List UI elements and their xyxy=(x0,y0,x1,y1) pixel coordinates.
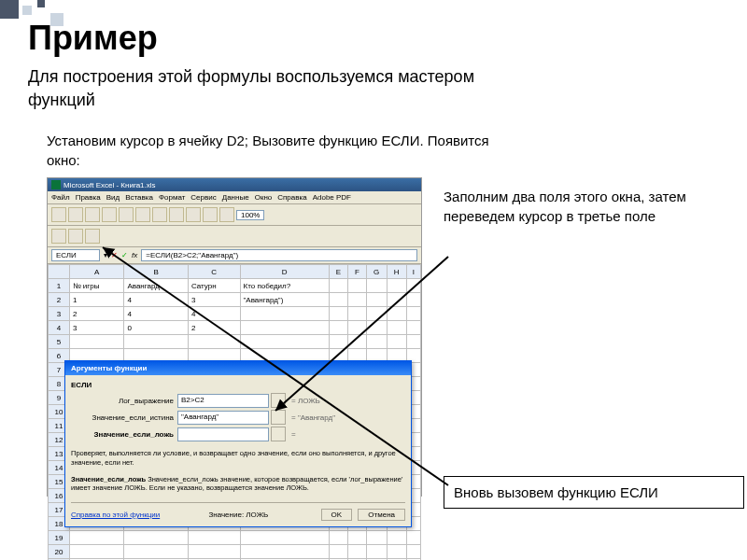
cell-A5[interactable] xyxy=(70,335,124,349)
col-header-B[interactable]: B xyxy=(124,265,189,279)
cancel-icon[interactable]: ✕ xyxy=(111,251,118,259)
cell-C19[interactable] xyxy=(188,531,240,545)
row-header-5[interactable]: 5 xyxy=(49,335,70,349)
row-header-3[interactable]: 3 xyxy=(49,307,70,321)
cell-H3[interactable] xyxy=(387,307,406,321)
cell-F5[interactable] xyxy=(348,335,367,349)
menu-Вид[interactable]: Вид xyxy=(106,193,120,202)
cell-I2[interactable] xyxy=(406,293,420,307)
arg-input-2[interactable] xyxy=(177,427,269,441)
cell-C2[interactable]: 3 xyxy=(188,293,240,307)
col-header-C[interactable]: C xyxy=(188,265,240,279)
row-header-20[interactable]: 20 xyxy=(49,545,70,559)
cell-D19[interactable] xyxy=(240,531,329,545)
col-header-E[interactable]: E xyxy=(329,265,347,279)
cell-D2[interactable]: "Авангард") xyxy=(240,293,329,307)
cell-A1[interactable]: № игры xyxy=(70,279,124,293)
menu-Данные[interactable]: Данные xyxy=(222,193,249,202)
cell-D1[interactable]: Кто победил? xyxy=(240,279,329,293)
menu-Окно[interactable]: Окно xyxy=(255,193,273,202)
fx-icon[interactable]: fx xyxy=(132,251,137,259)
cell-E20[interactable] xyxy=(329,545,347,559)
tb-redo-icon[interactable] xyxy=(186,207,201,222)
cell-E3[interactable] xyxy=(329,307,347,321)
cell-C3[interactable]: 4 xyxy=(188,307,240,321)
range-picker-icon-1[interactable] xyxy=(271,410,286,425)
tb-copy-icon[interactable] xyxy=(135,207,150,222)
cell-B20[interactable] xyxy=(124,545,189,559)
row-header-19[interactable]: 19 xyxy=(49,531,70,545)
help-link[interactable]: Справка по этой функции xyxy=(71,511,160,519)
row-header-1[interactable]: 1 xyxy=(49,279,70,293)
cell-H5[interactable] xyxy=(387,335,406,349)
cell-G3[interactable] xyxy=(366,307,387,321)
cell-A2[interactable]: 1 xyxy=(70,293,124,307)
tb-pdf2-icon[interactable] xyxy=(68,229,83,244)
col-header-H[interactable]: H xyxy=(387,265,406,279)
ok-button[interactable]: OK xyxy=(321,509,353,521)
tb-pdf3-icon[interactable] xyxy=(85,229,100,244)
cell-F4[interactable] xyxy=(348,321,367,335)
enter-icon[interactable]: ✓ xyxy=(121,251,128,259)
cell-G2[interactable] xyxy=(366,293,387,307)
cell-G4[interactable] xyxy=(366,321,387,335)
col-header-A[interactable]: A xyxy=(70,265,124,279)
cell-H19[interactable] xyxy=(387,531,406,545)
tb-new-icon[interactable] xyxy=(51,207,66,222)
cell-B19[interactable] xyxy=(124,531,189,545)
cell-E1[interactable] xyxy=(329,279,347,293)
row-header-4[interactable]: 4 xyxy=(49,321,70,335)
tb-sort-icon[interactable] xyxy=(203,207,218,222)
cell-F3[interactable] xyxy=(348,307,367,321)
menu-Adobe PDF[interactable]: Adobe PDF xyxy=(313,193,351,202)
tb-save-icon[interactable] xyxy=(85,207,100,222)
cell-I4[interactable] xyxy=(406,321,420,335)
arg-input-1[interactable]: "Авангард" xyxy=(177,411,269,425)
cell-C1[interactable]: Сатурн xyxy=(188,279,240,293)
cell-E19[interactable] xyxy=(329,531,347,545)
tb-chart-icon[interactable] xyxy=(219,207,234,222)
cell-B4[interactable]: 0 xyxy=(124,321,189,335)
menu-Правка[interactable]: Правка xyxy=(76,193,101,202)
col-header-G[interactable]: G xyxy=(366,265,387,279)
cell-B5[interactable] xyxy=(124,335,189,349)
tb-open-icon[interactable] xyxy=(68,207,83,222)
cell-I1[interactable] xyxy=(406,279,420,293)
col-header-D[interactable]: D xyxy=(240,265,329,279)
menu-Справка[interactable]: Справка xyxy=(277,193,306,202)
formula-dropdown-icon[interactable]: ▾ xyxy=(104,251,107,259)
cell-F2[interactable] xyxy=(348,293,367,307)
cell-D20[interactable] xyxy=(240,545,329,559)
cell-H2[interactable] xyxy=(387,293,406,307)
menu-Файл[interactable]: Файл xyxy=(51,193,70,202)
cell-C20[interactable] xyxy=(188,545,240,559)
cell-B2[interactable]: 4 xyxy=(124,293,189,307)
cell-C4[interactable]: 2 xyxy=(188,321,240,335)
tb-cut-icon[interactable] xyxy=(119,207,134,222)
cell-A4[interactable]: 3 xyxy=(70,321,124,335)
cell-I3[interactable] xyxy=(406,307,420,321)
formula-input[interactable]: =ЕСЛИ(B2>C2;"Авангард") xyxy=(141,249,417,261)
cell-E5[interactable] xyxy=(329,335,347,349)
cell-H4[interactable] xyxy=(387,321,406,335)
cell-I5[interactable] xyxy=(406,335,420,349)
row-header-2[interactable]: 2 xyxy=(49,293,70,307)
menu-Вставка[interactable]: Вставка xyxy=(125,193,153,202)
cell-B3[interactable]: 4 xyxy=(124,307,189,321)
cell-D3[interactable] xyxy=(240,307,329,321)
cell-H20[interactable] xyxy=(387,545,406,559)
tb-print-icon[interactable] xyxy=(102,207,117,222)
tb-paste-icon[interactable] xyxy=(152,207,167,222)
cell-G19[interactable] xyxy=(366,531,387,545)
arg-input-0[interactable]: B2>C2 xyxy=(177,394,269,408)
name-box[interactable]: ЕСЛИ xyxy=(51,249,100,261)
cell-A19[interactable] xyxy=(70,531,124,545)
cell-E2[interactable] xyxy=(329,293,347,307)
cell-I20[interactable] xyxy=(406,545,420,559)
cell-B1[interactable]: Авангард xyxy=(124,279,189,293)
col-header-I[interactable]: I xyxy=(406,265,420,279)
tb-pdf-icon[interactable] xyxy=(51,229,66,244)
tb-undo-icon[interactable] xyxy=(169,207,184,222)
cell-G1[interactable] xyxy=(366,279,387,293)
cell-F20[interactable] xyxy=(348,545,367,559)
